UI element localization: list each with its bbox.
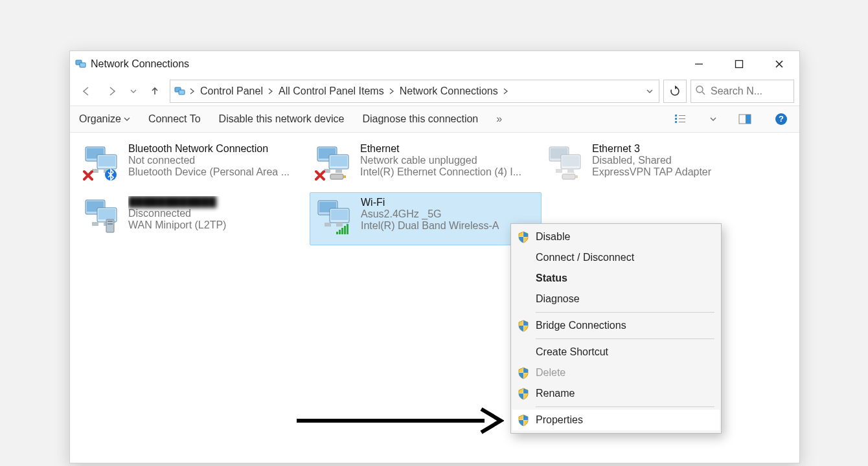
view-options-button[interactable] (672, 110, 691, 128)
connection-text: EthernetNetwork cable unpluggedIntel(R) … (360, 143, 536, 178)
svg-rect-10 (675, 115, 677, 116)
connection-status: Disabled, Shared (592, 155, 768, 166)
preview-pane-button[interactable] (736, 110, 754, 128)
address-bar[interactable]: Control Panel All Control Panel Items Ne… (170, 80, 659, 103)
diagnose-connection-button[interactable]: Diagnose this connection (362, 113, 478, 125)
connection-name: Wi-Fi (361, 197, 536, 208)
connection-text: Bluetooth Network ConnectionNot connecte… (128, 143, 304, 178)
shield-icon (516, 414, 531, 427)
connection-item[interactable]: Wi-FiAsus2.4GHz _5GIntel(R) Dual Band Wi… (310, 192, 542, 245)
chevron-right-icon[interactable] (502, 88, 510, 94)
breadcrumb-item[interactable]: Control Panel (196, 85, 267, 97)
network-connections-icon (174, 85, 186, 98)
minimize-button[interactable] (679, 51, 719, 77)
forward-button[interactable] (101, 80, 123, 102)
context-menu-separator (536, 312, 714, 313)
connection-icon (315, 143, 354, 182)
context-menu-separator (536, 406, 714, 407)
network-connections-app-icon (75, 58, 87, 71)
connection-name: ████████████ (128, 196, 304, 208)
view-options-dropdown[interactable] (709, 110, 718, 128)
connect-to-button[interactable]: Connect To (148, 113, 201, 125)
refresh-button[interactable] (663, 80, 687, 103)
context-menu-item[interactable]: Rename (512, 383, 720, 404)
up-button[interactable] (144, 80, 166, 102)
connection-icon (315, 197, 354, 236)
svg-point-8 (696, 86, 703, 93)
organize-label: Organize (79, 113, 121, 125)
connections-area[interactable]: Bluetooth Network ConnectionNot connecte… (70, 133, 799, 252)
connection-item[interactable]: EthernetNetwork cable unpluggedIntel(R) … (310, 139, 542, 192)
connection-name: Ethernet 3 (592, 143, 768, 155)
search-icon (695, 85, 705, 98)
network-connections-window: Network Connections Control Panel All Co… (69, 50, 800, 463)
context-menu-item[interactable]: Status (512, 268, 720, 289)
chevron-right-icon[interactable] (388, 88, 396, 94)
address-bar-row: Control Panel All Control Panel Items Ne… (70, 77, 799, 105)
connection-item[interactable]: ████████████DisconnectedWAN Miniport (L2… (78, 192, 310, 245)
connection-item[interactable]: Ethernet 3Disabled, SharedExpressVPN TAP… (542, 139, 773, 192)
context-menu-label: Properties (536, 414, 583, 426)
disable-device-button[interactable]: Disable this network device (219, 113, 345, 125)
connection-name: Bluetooth Network Connection (128, 143, 304, 155)
search-input[interactable] (709, 85, 790, 98)
svg-line-9 (702, 92, 705, 94)
command-bar: Organize Connect To Disable this network… (70, 105, 799, 133)
breadcrumb-item[interactable]: Network Connections (396, 85, 502, 97)
context-menu-label: Connect / Disconnect (536, 252, 634, 263)
context-menu-item[interactable]: Properties (512, 410, 720, 430)
window-title: Network Connections (91, 58, 679, 70)
connection-status: Network cable unplugged (360, 155, 536, 166)
close-button[interactable] (759, 51, 799, 77)
maximize-button[interactable] (719, 51, 759, 77)
context-menu-separator (536, 338, 714, 339)
svg-text:?: ? (779, 114, 784, 124)
shield-icon (516, 320, 531, 332)
connection-text: ████████████DisconnectedWAN Miniport (L2… (128, 196, 304, 231)
connection-device: Bluetooth Device (Personal Area ... (128, 166, 304, 178)
connection-text: Ethernet 3Disabled, SharedExpressVPN TAP… (592, 143, 768, 178)
shield-icon (516, 367, 531, 379)
context-menu-label: Delete (536, 367, 565, 379)
back-button[interactable] (75, 80, 97, 102)
context-menu-label: Status (536, 272, 567, 284)
recent-locations-button[interactable] (127, 80, 140, 102)
svg-rect-17 (746, 115, 751, 124)
annotation-arrow (297, 401, 504, 442)
chevron-right-icon[interactable] (188, 88, 196, 94)
connection-item[interactable]: Bluetooth Network ConnectionNot connecte… (78, 139, 310, 192)
context-menu-item[interactable]: Diagnose (512, 289, 720, 309)
connection-device: Intel(R) Dual Band Wireless-A (361, 220, 536, 232)
breadcrumb-item[interactable]: All Control Panel Items (275, 85, 388, 97)
connection-device: WAN Miniport (L2TP) (128, 219, 304, 231)
shield-icon (516, 231, 531, 243)
context-menu-label: Diagnose (536, 293, 580, 305)
svg-rect-11 (675, 118, 677, 120)
context-menu-item: Delete (512, 362, 720, 383)
connection-status: Asus2.4GHz _5G (361, 208, 536, 220)
connection-text: Wi-FiAsus2.4GHz _5GIntel(R) Dual Band Wi… (361, 197, 536, 232)
connection-name: Ethernet (360, 143, 536, 155)
address-dropdown-button[interactable] (641, 80, 659, 102)
svg-rect-7 (179, 90, 185, 94)
chevron-right-icon[interactable] (267, 88, 275, 94)
context-menu-item[interactable]: Create Shortcut (512, 342, 720, 362)
context-menu-label: Create Shortcut (536, 346, 608, 358)
context-menu-item[interactable]: Disable (512, 227, 720, 247)
svg-rect-3 (736, 61, 743, 68)
context-menu-label: Bridge Connections (536, 320, 626, 331)
toolbar-overflow-button[interactable]: » (496, 113, 502, 125)
connection-icon (547, 143, 586, 182)
context-menu-label: Disable (536, 231, 570, 243)
context-menu-item[interactable]: Bridge Connections (512, 315, 720, 336)
search-box[interactable] (691, 80, 794, 103)
connection-device: Intel(R) Ethernet Connection (4) I... (360, 166, 536, 178)
titlebar: Network Connections (70, 51, 799, 77)
svg-rect-1 (80, 63, 86, 67)
context-menu-label: Rename (536, 388, 575, 399)
connection-device: ExpressVPN TAP Adapter (592, 166, 768, 178)
context-menu-item[interactable]: Connect / Disconnect (512, 247, 720, 268)
connection-icon (83, 143, 122, 182)
help-button[interactable]: ? (772, 110, 790, 128)
organize-menu[interactable]: Organize (79, 113, 130, 125)
